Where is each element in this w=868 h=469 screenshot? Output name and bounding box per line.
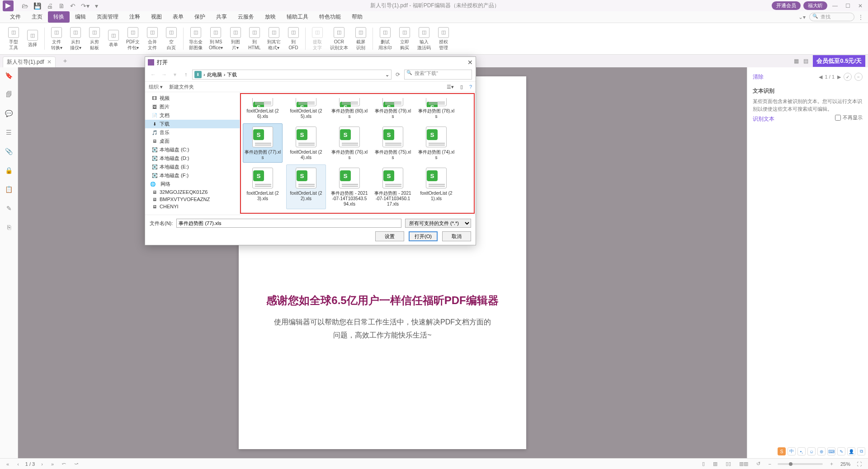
menu-item-10[interactable]: 云服务	[232, 11, 259, 23]
ribbon-button-6[interactable]: ◫表单	[104, 25, 123, 52]
ribbon-button-4[interactable]: ◫从扫描仪▾	[66, 25, 85, 52]
ribbon-button-7[interactable]: ◫PDF文件包▾	[123, 25, 142, 52]
ribbon-button-11[interactable]: ◫导出全部图像	[186, 25, 205, 52]
last-page-icon[interactable]: »	[49, 461, 56, 467]
refresh-icon[interactable]: ⟳	[393, 70, 402, 79]
qa-more-icon[interactable]: ▾	[95, 2, 98, 9]
file-filter-select[interactable]: 所有可支持的文件 (*.*)	[405, 219, 471, 228]
tree-item[interactable]: 🖥BMPXVTYVOFEAZNZ	[145, 196, 240, 203]
file-item[interactable]: SfoxitOrderList (22).xls	[286, 164, 326, 209]
signature-icon[interactable]: ✎	[5, 204, 14, 213]
settings-button[interactable]: 设置	[375, 231, 404, 241]
file-item[interactable]: S事件趋势图 (78).xls	[416, 96, 456, 122]
ribbon-button-9[interactable]: ◫空白页	[162, 25, 180, 52]
ime-button-3[interactable]: ☺	[807, 447, 816, 455]
nav-back-icon[interactable]: ←	[149, 70, 158, 79]
qa-open-icon[interactable]: 🗁	[22, 2, 28, 9]
file-item[interactable]: S事件趋势图 - 2021-07-14T103543.594.xls	[330, 164, 369, 209]
qa-undo-icon[interactable]: ↶	[70, 2, 75, 9]
file-item[interactable]: S事件趋势图 (76).xls	[330, 123, 369, 163]
file-item[interactable]: S事件趋势图 (75).xls	[373, 123, 413, 163]
tree-item[interactable]: 💽本地磁盘 (D:)	[145, 154, 240, 163]
cancel-button[interactable]: 取消	[442, 231, 471, 241]
folder-tree[interactable]: 🎞视频🖼图片📄文档⬇下载🎵音乐🖥桌面💽本地磁盘 (C:)💽本地磁盘 (D:)💽本…	[145, 92, 240, 215]
dialog-close-button[interactable]: ✕	[467, 59, 473, 66]
ribbon-button-8[interactable]: ◫合并文件	[143, 25, 161, 52]
ribbon-button-12[interactable]: ◫到 MSOffice▾	[206, 25, 226, 52]
menu-item-7[interactable]: 表单	[167, 11, 189, 23]
menu-item-0[interactable]: 文件	[5, 11, 26, 23]
ribbon-button-20[interactable]: ◫截屏识别	[352, 25, 370, 52]
dialog-search-input[interactable]: 搜索"下载"	[404, 70, 472, 80]
view-mode-icon[interactable]: ☰▾	[447, 84, 454, 90]
page-indicator[interactable]: 1 / 3	[25, 461, 35, 467]
file-item[interactable]: S事件趋势图 - 2021-07-14T103450.117.xls	[373, 164, 413, 209]
ime-button-4[interactable]: ⊕	[817, 447, 826, 455]
tree-item[interactable]: 💽本地磁盘 (C:)	[145, 145, 240, 154]
qa-save-icon[interactable]: 💾	[33, 2, 41, 9]
ime-button-1[interactable]: 中	[788, 447, 796, 455]
file-item[interactable]: SfoxitOrderList (21).xls	[416, 164, 456, 209]
nav-history-icon[interactable]: ▾	[170, 70, 179, 79]
file-item[interactable]: S事件趋势图 (74).xls	[416, 123, 456, 163]
minus-icon[interactable]: −	[854, 73, 863, 81]
tree-item[interactable]: 🌐网络	[145, 180, 240, 188]
comments-icon[interactable]: 💬	[5, 109, 14, 118]
menu-arrow-icon[interactable]: ⌄▾	[798, 14, 806, 20]
ribbon-button-23[interactable]: ◫立即购买	[396, 25, 414, 52]
nav-up-icon[interactable]: ↑	[181, 70, 190, 79]
close-button[interactable]: ✕	[855, 3, 865, 9]
pager-next-icon[interactable]: ▶	[837, 74, 841, 80]
ribbon-button-16[interactable]: ◫到OFD	[284, 25, 302, 52]
tree-item[interactable]: 🎞视频	[145, 94, 240, 103]
tree-item[interactable]: 🖼图片	[145, 103, 240, 111]
layers-icon[interactable]: ☰	[5, 128, 14, 137]
menu-collapse-icon[interactable]: ⋮	[858, 14, 863, 20]
search-input[interactable]: 查找	[809, 13, 854, 21]
reflow-icon[interactable]: ↺	[755, 461, 762, 467]
ribbon-button-1[interactable]: ◫选择	[24, 25, 42, 52]
ribbon-button-24[interactable]: ◫输入激活码	[415, 25, 434, 52]
ime-button-0[interactable]: S	[778, 447, 786, 455]
ribbon-button-22[interactable]: ◫删试用水印	[376, 25, 395, 52]
maximize-button[interactable]: ☐	[843, 3, 853, 9]
qa-print-icon[interactable]: 🖨	[47, 2, 53, 9]
dont-show-checkbox[interactable]	[835, 115, 841, 121]
ime-button-8[interactable]: ⧉	[857, 447, 865, 455]
ime-button-5[interactable]: ⌨	[827, 447, 835, 455]
ribbon-button-13[interactable]: ◫到图片▾	[226, 25, 245, 52]
ribbon-button-0[interactable]: ◫手型工具	[5, 25, 23, 52]
organize-button[interactable]: 组织 ▾	[149, 84, 163, 90]
qa-new-icon[interactable]: 🗎	[58, 2, 65, 9]
minimize-button[interactable]: —	[830, 3, 840, 9]
file-item[interactable]: SfoxitOrderList (23).xls	[243, 164, 283, 209]
file-item[interactable]: SfoxitOrderList (25).xls	[286, 96, 326, 122]
path-segment[interactable]: 此电脑	[207, 71, 222, 78]
view-cont-icon[interactable]: ▥	[711, 461, 719, 467]
menu-item-1[interactable]: 主页	[26, 11, 48, 23]
ribbon-button-14[interactable]: ◫到HTML	[245, 25, 264, 52]
ime-button-6[interactable]: ✎	[837, 447, 845, 455]
new-folder-button[interactable]: 新建文件夹	[169, 84, 194, 90]
menu-item-8[interactable]: 保护	[189, 11, 211, 23]
qa-redo-icon[interactable]: ↷▾	[81, 2, 90, 9]
layout-list-icon[interactable]: ▤	[803, 58, 808, 64]
bookmark-icon[interactable]: 🔖	[5, 71, 14, 80]
zoom-text[interactable]: 25%	[840, 461, 850, 467]
view-single-icon[interactable]: ▯	[700, 461, 707, 467]
file-item[interactable]: SfoxitOrderList (24).xls	[286, 123, 326, 163]
ribbon-button-19[interactable]: ◫OCR识别文本	[327, 25, 351, 52]
menu-item-14[interactable]: 帮助	[346, 11, 368, 23]
check-icon[interactable]: ✓	[844, 73, 852, 81]
zoom-out-icon[interactable]: −	[767, 461, 773, 467]
menu-item-2[interactable]: 转换	[48, 11, 70, 23]
file-item[interactable]: S事件趋势图 (79).xls	[373, 96, 413, 122]
tree-item[interactable]: 🖥桌面	[145, 137, 240, 145]
tree-item[interactable]: 💽本地磁盘 (E:)	[145, 163, 240, 171]
form-icon[interactable]: 📋	[5, 185, 14, 194]
next-page-icon[interactable]: ›	[39, 461, 45, 467]
preview-pane-icon[interactable]: ▯	[460, 84, 463, 90]
path-segment[interactable]: 下载	[227, 71, 237, 78]
ribbon-button-3[interactable]: ◫文件转换▾	[47, 25, 66, 52]
ribbon-button-5[interactable]: ◫从剪贴板	[85, 25, 104, 52]
